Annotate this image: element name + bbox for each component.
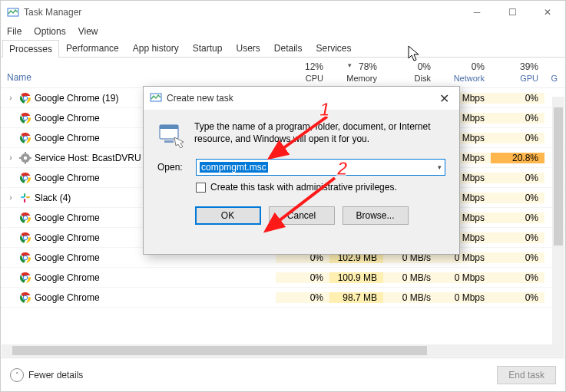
- table-row[interactable]: Google Chrome0%98.7 MB0 MB/s0 Mbps0%: [1, 288, 565, 308]
- browse-button[interactable]: Browse...: [343, 206, 409, 225]
- window-titlebar: Task Manager ─ ☐ ✕: [1, 1, 565, 24]
- table-row[interactable]: Google Chrome0%100.9 MB0 MB/s0 Mbps0%: [1, 268, 565, 288]
- chevron-up-icon: ˄: [10, 368, 24, 382]
- close-button[interactable]: ✕: [530, 1, 565, 24]
- svg-point-9: [24, 136, 27, 139]
- taskmgr-icon: [150, 91, 162, 106]
- footer: ˄ Fewer details End task: [1, 357, 565, 391]
- scrollbar-thumb[interactable]: [554, 107, 563, 245]
- dialog-close-button[interactable]: ✕: [429, 91, 459, 106]
- header-gpu-engine[interactable]: G: [544, 58, 564, 87]
- menu-view[interactable]: View: [78, 26, 98, 37]
- end-task-button[interactable]: End task: [497, 366, 556, 384]
- scrollbar-thumb[interactable]: [12, 346, 427, 355]
- chrome-icon: [19, 112, 31, 124]
- maximize-button[interactable]: ☐: [495, 1, 530, 24]
- admin-label: Create this task with administrative pri…: [210, 182, 397, 193]
- header-network[interactable]: 0% Network: [437, 58, 491, 87]
- expand-icon[interactable]: ›: [5, 153, 16, 162]
- tab-performance[interactable]: Performance: [59, 39, 126, 57]
- menu-bar: File Options View: [1, 24, 565, 39]
- cell-gpu: 0%: [491, 292, 544, 303]
- process-name: Slack (4): [35, 193, 71, 203]
- chevron-down-icon[interactable]: ▾: [438, 163, 442, 171]
- svg-rect-41: [164, 140, 174, 143]
- process-name: Google Chrome: [35, 272, 100, 283]
- svg-point-11: [24, 156, 27, 159]
- process-name: Google Chrome (19): [35, 93, 118, 104]
- horizontal-scrollbar[interactable]: [2, 344, 552, 357]
- tab-startup[interactable]: Startup: [186, 39, 230, 57]
- process-name: Google Chrome: [35, 292, 100, 303]
- cell-disk: 0 MB/s: [383, 272, 437, 283]
- process-name: Google Chrome: [35, 252, 100, 263]
- process-name: Google Chrome: [35, 113, 100, 124]
- svg-point-37: [24, 295, 27, 298]
- cell-gpu: 0%: [491, 133, 544, 143]
- menu-file[interactable]: File: [7, 26, 22, 37]
- cell-mem: 100.9 MB: [329, 272, 383, 283]
- process-name: Google Chrome: [35, 212, 100, 223]
- header-gpu[interactable]: 39% GPU: [491, 58, 544, 87]
- expand-icon[interactable]: ›: [5, 193, 16, 202]
- svg-point-18: [24, 176, 27, 179]
- open-label: Open:: [157, 162, 188, 173]
- cell-gpu: 0%: [491, 212, 544, 223]
- svg-rect-20: [26, 196, 30, 198]
- cell-gpu: 0%: [491, 232, 544, 243]
- header-disk[interactable]: 0% Disk: [383, 58, 437, 87]
- svg-point-34: [24, 275, 27, 278]
- svg-point-6: [24, 116, 27, 119]
- chrome-icon: [19, 252, 31, 264]
- svg-rect-14: [19, 157, 22, 159]
- svg-rect-40: [160, 125, 178, 129]
- svg-point-3: [24, 96, 27, 99]
- process-name: Google Chrome: [35, 133, 100, 143]
- taskmgr-icon: [7, 6, 19, 18]
- process-name: Google Chrome: [35, 232, 100, 243]
- chrome-icon: [19, 212, 31, 224]
- cell-gpu: 0%: [491, 113, 544, 124]
- cell-net: 0 Mbps: [437, 292, 491, 303]
- svg-rect-22: [24, 199, 25, 203]
- open-combobox[interactable]: compmgmt.msc ▾: [196, 159, 445, 176]
- expand-icon[interactable]: ›: [5, 94, 16, 102]
- cell-mem: 98.7 MB: [329, 292, 383, 303]
- dialog-title: Create new task: [167, 93, 233, 104]
- cell-cpu: 0%: [276, 272, 329, 283]
- chrome-icon: [19, 172, 31, 184]
- process-name: Google Chrome: [35, 173, 100, 183]
- menu-options[interactable]: Options: [34, 26, 65, 37]
- process-name: Service Host: BcastDVRU: [35, 153, 141, 163]
- minimize-button[interactable]: ─: [459, 1, 495, 24]
- svg-point-28: [24, 236, 27, 239]
- svg-rect-15: [29, 157, 31, 159]
- svg-rect-13: [25, 162, 26, 164]
- header-memory[interactable]: ▾78% Memory: [329, 58, 383, 87]
- cell-cpu: 0%: [276, 292, 329, 303]
- tab-app-history[interactable]: App history: [126, 39, 186, 57]
- cell-disk: 0 MB/s: [383, 292, 437, 303]
- tab-services[interactable]: Services: [309, 39, 359, 57]
- run-icon: [157, 120, 185, 148]
- dialog-titlebar: Create new task ✕: [144, 87, 459, 110]
- cell-gpu: 20.8%: [491, 153, 544, 163]
- open-value: compmgmt.msc: [200, 162, 268, 173]
- header-cpu[interactable]: 12% CPU: [276, 58, 329, 87]
- vertical-scrollbar[interactable]: [552, 97, 564, 357]
- cell-gpu: 0%: [491, 93, 544, 104]
- chrome-icon: [19, 292, 31, 304]
- svg-point-25: [24, 216, 27, 219]
- chrome-icon: [19, 272, 31, 284]
- ok-button[interactable]: OK: [195, 206, 261, 225]
- tab-strip: Processes Performance App history Startu…: [1, 39, 565, 58]
- tab-users[interactable]: Users: [229, 39, 266, 57]
- header-name[interactable]: Name: [1, 58, 276, 87]
- cell-gpu: 0%: [491, 272, 544, 283]
- admin-checkbox[interactable]: [196, 183, 206, 193]
- cancel-button[interactable]: Cancel: [269, 206, 335, 225]
- tab-details[interactable]: Details: [267, 39, 309, 57]
- slack-icon: [19, 192, 31, 204]
- fewer-details-button[interactable]: ˄ Fewer details: [10, 368, 83, 382]
- tab-processes[interactable]: Processes: [2, 40, 59, 58]
